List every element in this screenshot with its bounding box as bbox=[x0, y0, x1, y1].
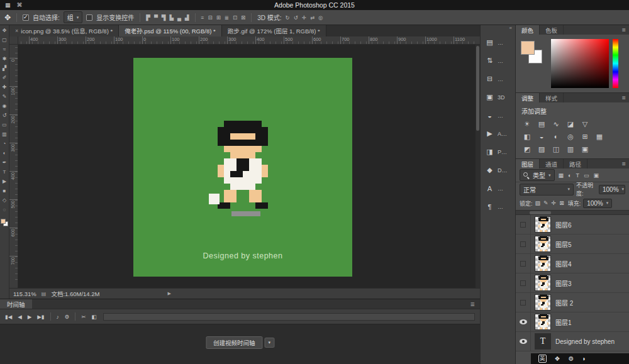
layer-visibility-toggle[interactable] bbox=[516, 234, 531, 253]
levels-icon[interactable]: ▤ bbox=[536, 119, 547, 129]
layer-thumbnail[interactable] bbox=[535, 294, 551, 311]
layer-visibility-toggle[interactable] bbox=[516, 254, 531, 273]
dock-properties[interactable]: ◨P… bbox=[481, 143, 515, 161]
invert-icon[interactable]: ◩ bbox=[521, 144, 533, 154]
filter-pixel-layers-icon[interactable]: ▦ bbox=[559, 172, 564, 179]
split-button[interactable]: ✂ bbox=[81, 314, 86, 320]
layers-tab-channels[interactable]: 通道 bbox=[540, 159, 564, 168]
distribute-left-icon[interactable]: ≣ bbox=[225, 14, 229, 21]
3d-rotate-icon[interactable]: ↻ bbox=[286, 14, 290, 21]
align-v-centers-icon[interactable]: ▄ bbox=[177, 14, 181, 21]
marquee-tool[interactable]: ▢ bbox=[2, 38, 7, 43]
curves-icon[interactable]: ∿ bbox=[550, 119, 562, 129]
document-tab-1[interactable]: 俺老孙.psd @ 115% (00, RGB/8) * bbox=[119, 25, 222, 36]
history-brush-tool[interactable]: ↺ bbox=[3, 113, 7, 118]
layers-tab-paths[interactable]: 路径 bbox=[564, 159, 587, 168]
selective-color-icon[interactable]: ▣ bbox=[579, 144, 591, 154]
distribute-v-centers-icon[interactable]: ⊟ bbox=[208, 14, 213, 21]
document-tab-2[interactable]: 跑步.gif @ 172% (图层 1, RGB/8) * bbox=[222, 25, 326, 36]
path-select-tool[interactable]: ▶ bbox=[3, 179, 6, 184]
adjustments-panel-menu-icon[interactable]: ≣ bbox=[621, 93, 629, 102]
channel-mixer-icon[interactable]: ⊞ bbox=[579, 131, 591, 141]
brush-tool[interactable]: ✎ bbox=[3, 94, 7, 99]
dock-paragraph[interactable]: ¶… bbox=[481, 197, 515, 216]
foreground-color-swatch[interactable] bbox=[521, 41, 535, 55]
status-menu-arrow-icon[interactable]: ▶ bbox=[167, 291, 170, 296]
layer-row-3[interactable]: 图层3 bbox=[516, 273, 629, 293]
layer-thumbnail[interactable] bbox=[535, 314, 551, 330]
3d-drag-icon[interactable]: ✛ bbox=[302, 14, 306, 21]
3d-roll-icon[interactable]: ↺ bbox=[294, 14, 298, 21]
align-left-edges-icon[interactable]: ▛ bbox=[146, 14, 150, 21]
layer-thumbnail[interactable] bbox=[535, 275, 551, 291]
eyedropper-tool[interactable]: ✐ bbox=[3, 75, 7, 80]
scrollbar-thumb[interactable] bbox=[476, 46, 479, 131]
transition-button[interactable]: ◧ bbox=[92, 314, 97, 320]
zoom-level[interactable]: 115.31% bbox=[13, 290, 36, 297]
shape-tool[interactable]: ■ bbox=[3, 189, 6, 194]
layer-visibility-toggle[interactable] bbox=[516, 293, 531, 312]
layer-visibility-toggle[interactable] bbox=[516, 215, 531, 234]
next-frame-button[interactable]: ▶▮ bbox=[37, 314, 44, 320]
eraser-tool[interactable]: ▭ bbox=[2, 123, 7, 128]
timeline-settings-button[interactable]: ⚙ bbox=[65, 314, 70, 320]
align-bottom-edges-icon[interactable]: ▟ bbox=[185, 14, 189, 21]
opacity-dropdown[interactable]: 100% bbox=[599, 185, 625, 194]
adjustments-tab-styles[interactable]: 样式 bbox=[540, 93, 564, 102]
filter-smart-objects-icon[interactable]: ▣ bbox=[593, 172, 599, 179]
layer-visibility-toggle[interactable] bbox=[516, 273, 531, 292]
layer-row-2[interactable]: 图层4 bbox=[516, 254, 629, 273]
align-top-edges-icon[interactable]: ▙ bbox=[169, 14, 174, 21]
lock-position-icon[interactable]: ✛ bbox=[552, 200, 557, 206]
dock-3d[interactable]: ▣3D bbox=[481, 88, 515, 106]
timeline-menu-icon[interactable]: ≣ bbox=[470, 301, 475, 307]
create-timeline-dropdown-arrow[interactable]: ▾ bbox=[265, 338, 275, 348]
filter-type-layers-icon[interactable]: T bbox=[576, 172, 579, 179]
healing-brush-tool[interactable]: ✚ bbox=[3, 85, 7, 90]
layers-panel-menu-icon[interactable]: ≣ bbox=[621, 159, 629, 168]
dock-materials[interactable]: ◒… bbox=[481, 106, 515, 124]
auto-select-target-dropdown[interactable]: 组 bbox=[64, 11, 83, 23]
toolbar-color-swatches[interactable] bbox=[1, 219, 8, 226]
layer-row-5[interactable]: 图层1 bbox=[516, 312, 629, 332]
black-white-icon[interactable]: ◐ bbox=[550, 131, 562, 141]
tab-close-icon[interactable]: × bbox=[15, 28, 18, 34]
dock-histogram[interactable]: ⇅… bbox=[481, 52, 515, 70]
adjustments-tab-adjustments[interactable]: 调整 bbox=[516, 93, 540, 102]
move-tool[interactable]: ✥ bbox=[3, 28, 7, 33]
layer-row-0[interactable]: 图层6 bbox=[516, 215, 629, 234]
magic-wand-tool[interactable]: ✱ bbox=[3, 57, 7, 62]
color-tab-swatches[interactable]: 色板 bbox=[540, 25, 564, 35]
input-handwriting[interactable]: ❖ bbox=[555, 355, 560, 362]
input-settings[interactable]: ⚙ bbox=[568, 355, 574, 362]
layer-thumbnail[interactable] bbox=[535, 255, 551, 272]
gradient-map-icon[interactable]: ▥ bbox=[565, 144, 576, 154]
create-video-timeline-button[interactable]: 创建视频时间轴 bbox=[206, 336, 263, 349]
filter-type-dropdown[interactable]: 类型 bbox=[520, 169, 555, 181]
scrollbar-thumb[interactable] bbox=[530, 211, 551, 214]
gradient-tool[interactable]: ▥ bbox=[2, 132, 7, 137]
posterize-icon[interactable]: ▨ bbox=[536, 144, 547, 154]
canvas-vertical-scrollbar[interactable] bbox=[476, 45, 480, 288]
canvas-area[interactable]: 0100200300400500600700 Designed by steph… bbox=[9, 45, 480, 288]
timeline-track[interactable] bbox=[103, 313, 475, 321]
saturation-brightness-picker[interactable] bbox=[551, 39, 609, 88]
document-canvas[interactable]: Designed by stephen bbox=[133, 58, 352, 277]
3d-slide-icon[interactable]: ⇄ bbox=[310, 14, 314, 21]
audio-button[interactable]: ♪ bbox=[57, 314, 59, 320]
blur-tool[interactable]: ◔ bbox=[3, 141, 6, 146]
document-tab-0[interactable]: ×icon.png @ 38.5% (信息, RGB/8) * bbox=[9, 25, 119, 36]
lock-all-icon[interactable]: ⊠ bbox=[559, 200, 564, 206]
distribute-bottom-icon[interactable]: ⊞ bbox=[216, 14, 221, 21]
hue-slider[interactable] bbox=[613, 39, 618, 88]
dock-navigator[interactable]: ⊟… bbox=[481, 70, 515, 88]
threshold-icon[interactable]: ◫ bbox=[550, 144, 562, 154]
first-frame-button[interactable]: ▮◀ bbox=[5, 314, 12, 320]
distribute-top-icon[interactable]: ≡ bbox=[201, 14, 204, 21]
lock-transparent-pixels-icon[interactable]: ▨ bbox=[535, 200, 541, 206]
lasso-tool[interactable]: ≈ bbox=[3, 47, 6, 52]
color-tab-color[interactable]: 颜色 bbox=[516, 25, 540, 35]
dock-info[interactable]: ▤… bbox=[481, 33, 515, 52]
photo-filter-icon[interactable]: ◎ bbox=[565, 131, 576, 141]
filter-adjustment-layers-icon[interactable]: ◐ bbox=[568, 172, 571, 179]
